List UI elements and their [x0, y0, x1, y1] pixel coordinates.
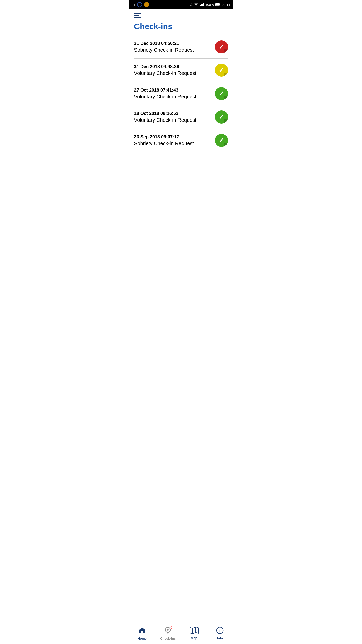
bottom-nav: Home 0 Check-ins Map i [129, 624, 233, 644]
checkin-date: 18 Oct 2018 08:16:52 [134, 111, 215, 116]
svg-rect-1 [200, 5, 201, 6]
svg-rect-3 [202, 4, 203, 6]
checkin-type: Sobriety Check-in Request [134, 141, 215, 146]
hamburger-line-2 [134, 15, 139, 16]
svg-rect-8 [142, 631, 143, 633]
checkin-info: 18 Oct 2018 08:16:52 Voluntary Check-in … [134, 111, 215, 123]
checkmark-icon: ✓ [219, 114, 224, 120]
checkmark-icon: ✓ [219, 90, 224, 97]
svg-marker-12 [190, 627, 199, 634]
app-icon-1 [137, 2, 142, 7]
checkin-type: Sobriety Check-in Request [134, 47, 215, 53]
map-icon [190, 627, 199, 635]
checkin-type: Voluntary Check-in Request [134, 117, 215, 123]
checkin-info: 31 Dec 2018 04:48:39 Voluntary Check-in … [134, 64, 215, 76]
checkin-info: 27 Oct 2018 07:41:43 Voluntary Check-in … [134, 88, 215, 100]
checkin-badge: ✓ [215, 40, 228, 53]
svg-rect-4 [203, 3, 204, 6]
checkins-badge: 0 [169, 625, 173, 629]
time: 09:14 [222, 3, 230, 7]
nav-home[interactable]: Home [129, 626, 155, 640]
bluetooth-icon: ✗ [190, 3, 192, 7]
checkin-info: 26 Sep 2018 09:07:17 Sobriety Check-in R… [134, 134, 215, 146]
list-item[interactable]: 18 Oct 2018 08:16:52 Voluntary Check-in … [134, 105, 228, 129]
svg-text:i: i [219, 628, 220, 633]
home-icon [138, 626, 146, 636]
status-left: ▢ [132, 2, 149, 7]
svg-rect-6 [215, 3, 219, 5]
checkin-badge: ✓ [215, 87, 228, 100]
checkin-date: 31 Dec 2018 04:48:39 [134, 64, 215, 69]
checkin-date: 26 Sep 2018 09:07:17 [134, 134, 215, 140]
page-title: Check-ins [134, 22, 228, 31]
wifi-icon [194, 3, 198, 7]
nav-map[interactable]: Map [181, 627, 207, 640]
checkmark-icon: ✓ [219, 137, 224, 144]
signal-icon [200, 3, 204, 7]
svg-rect-7 [219, 4, 220, 5]
checkin-type: Voluntary Check-in Request [134, 94, 215, 100]
checkins-list: 31 Dec 2018 04:56:21 Sobriety Check-in R… [129, 35, 233, 624]
status-right: ✗ 100% 09:14 [190, 3, 230, 7]
nav-info[interactable]: i Info [207, 627, 233, 640]
nav-info-label: Info [217, 636, 223, 640]
battery-percent: 100% [205, 3, 214, 7]
list-item[interactable]: 31 Dec 2018 04:48:39 Voluntary Check-in … [134, 59, 228, 82]
checkin-type: Voluntary Check-in Request [134, 70, 215, 76]
checkin-badge: ✓ [215, 134, 228, 147]
checkmark-icon: ✓ [219, 44, 224, 50]
info-icon: i [216, 627, 224, 635]
list-item[interactable]: 27 Oct 2018 07:41:43 Voluntary Check-in … [134, 82, 228, 105]
checkin-date: 27 Oct 2018 07:41:43 [134, 88, 215, 93]
nav-checkins[interactable]: 0 Check-ins [155, 626, 181, 640]
nav-home-label: Home [138, 637, 147, 640]
hamburger-line-3 [134, 17, 141, 18]
svg-point-10 [167, 629, 169, 631]
hamburger-menu[interactable] [134, 13, 141, 18]
svg-point-0 [196, 5, 196, 6]
list-item[interactable]: 26 Sep 2018 09:07:17 Sobriety Check-in R… [134, 129, 228, 152]
nav-map-label: Map [191, 636, 197, 640]
status-bar: ▢ ✗ 100% [129, 0, 233, 9]
screen-icon: ▢ [132, 3, 135, 7]
battery-icon [215, 3, 220, 7]
svg-rect-2 [201, 4, 202, 6]
nav-checkins-label: Check-ins [160, 637, 176, 640]
checkin-badge: ✓ [215, 64, 228, 77]
hamburger-line-1 [134, 13, 141, 14]
checkin-badge: ✓ [215, 110, 228, 124]
checkmark-icon: ✓ [219, 67, 224, 73]
checkin-date: 31 Dec 2018 04:56:21 [134, 41, 215, 46]
header: Check-ins [129, 9, 233, 35]
checkin-info: 31 Dec 2018 04:56:21 Sobriety Check-in R… [134, 41, 215, 53]
app-icon-2 [144, 2, 149, 7]
list-item[interactable]: 31 Dec 2018 04:56:21 Sobriety Check-in R… [134, 35, 228, 59]
